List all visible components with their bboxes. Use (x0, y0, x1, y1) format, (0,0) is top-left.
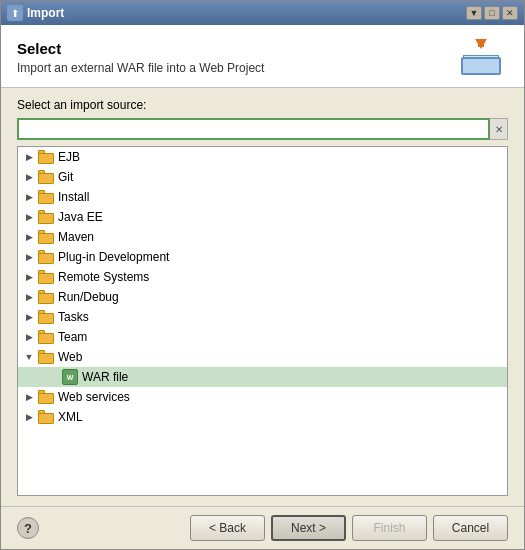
folder-icon-team (38, 330, 54, 344)
tree-item-warfile[interactable]: WWAR file (18, 367, 507, 387)
minimize-button[interactable]: ▼ (466, 6, 482, 20)
folder-icon-remote (38, 270, 54, 284)
tree-item-label-plugin: Plug-in Development (58, 250, 169, 264)
tree-item-label-maven: Maven (58, 230, 94, 244)
next-label: Next > (291, 521, 326, 535)
tree-item-plugin[interactable]: ▶Plug-in Development (18, 247, 507, 267)
expand-icon-ejb[interactable]: ▶ (22, 150, 36, 164)
back-button[interactable]: < Back (190, 515, 265, 541)
folder-icon-web (38, 350, 54, 364)
expand-icon-xml[interactable]: ▶ (22, 410, 36, 424)
tree-item-label-warfile: WAR file (82, 370, 128, 384)
tree-item-git[interactable]: ▶Git (18, 167, 507, 187)
search-clear-button[interactable]: ✕ (490, 118, 508, 140)
expand-icon-plugin[interactable]: ▶ (22, 250, 36, 264)
tree-item-xml[interactable]: ▶XML (18, 407, 507, 427)
folder-icon-webservices (38, 390, 54, 404)
search-row: ✕ (17, 118, 508, 140)
tree-item-rundebug[interactable]: ▶Run/Debug (18, 287, 507, 307)
folder-icon-tasks (38, 310, 54, 324)
expand-icon-remote[interactable]: ▶ (22, 270, 36, 284)
folder-icon-ejb (38, 150, 54, 164)
folder-icon-maven (38, 230, 54, 244)
header-section: Select Import an external WAR file into … (1, 25, 524, 88)
header-icon (458, 37, 508, 77)
dialog-title: Select (17, 40, 264, 57)
window-title: Import (27, 6, 64, 20)
folder-icon-rundebug (38, 290, 54, 304)
dialog-subtitle: Import an external WAR file into a Web P… (17, 61, 264, 75)
tree-item-label-javaee: Java EE (58, 210, 103, 224)
tree-scroll[interactable]: ▶EJB▶Git▶Install▶Java EE▶Maven▶Plug-in D… (18, 147, 507, 495)
expand-icon-git[interactable]: ▶ (22, 170, 36, 184)
body-section: Select an import source: ✕ ▶EJB▶Git▶Inst… (1, 88, 524, 506)
tree-item-javaee[interactable]: ▶Java EE (18, 207, 507, 227)
tree-item-web[interactable]: ▼Web (18, 347, 507, 367)
tree-item-label-xml: XML (58, 410, 83, 424)
tree-item-label-rundebug: Run/Debug (58, 290, 119, 304)
window-icon: ⬆ (7, 5, 23, 21)
arrow-down (475, 39, 487, 49)
tree-item-label-git: Git (58, 170, 73, 184)
expand-icon-tasks[interactable]: ▶ (22, 310, 36, 324)
expand-icon-webservices[interactable]: ▶ (22, 390, 36, 404)
tree-item-ejb[interactable]: ▶EJB (18, 147, 507, 167)
war-icon: W (62, 369, 78, 385)
titlebar-buttons: ▼ □ ✕ (466, 6, 518, 20)
expand-icon-maven[interactable]: ▶ (22, 230, 36, 244)
footer-left: ? (17, 517, 39, 539)
tree-item-maven[interactable]: ▶Maven (18, 227, 507, 247)
folder-icon-plugin (38, 250, 54, 264)
folder-icon-xml (38, 410, 54, 424)
tree-item-team[interactable]: ▶Team (18, 327, 507, 347)
tree-item-label-webservices: Web services (58, 390, 130, 404)
tree-container: ▶EJB▶Git▶Install▶Java EE▶Maven▶Plug-in D… (17, 146, 508, 496)
help-button[interactable]: ? (17, 517, 39, 539)
close-button[interactable]: ✕ (502, 6, 518, 20)
source-label: Select an import source: (17, 98, 508, 112)
tree-item-label-team: Team (58, 330, 87, 344)
folder-icon-javaee (38, 210, 54, 224)
footer: ? < Back Next > Finish Cancel (1, 506, 524, 549)
tree-item-label-remote: Remote Systems (58, 270, 149, 284)
import-icon (461, 39, 505, 75)
tree-item-webservices[interactable]: ▶Web services (18, 387, 507, 407)
footer-right: < Back Next > Finish Cancel (190, 515, 508, 541)
next-button[interactable]: Next > (271, 515, 346, 541)
expand-icon-team[interactable]: ▶ (22, 330, 36, 344)
tree-item-label-ejb: EJB (58, 150, 80, 164)
cancel-button[interactable]: Cancel (433, 515, 508, 541)
maximize-button[interactable]: □ (484, 6, 500, 20)
expand-icon-install[interactable]: ▶ (22, 190, 36, 204)
expand-icon-web[interactable]: ▼ (22, 350, 36, 364)
tree-item-tasks[interactable]: ▶Tasks (18, 307, 507, 327)
tree-item-label-web: Web (58, 350, 82, 364)
tree-item-label-tasks: Tasks (58, 310, 89, 324)
expand-icon-javaee[interactable]: ▶ (22, 210, 36, 224)
tray (461, 57, 501, 75)
search-input[interactable] (17, 118, 490, 140)
tree-item-remote[interactable]: ▶Remote Systems (18, 267, 507, 287)
folder-icon-install (38, 190, 54, 204)
expand-icon-rundebug[interactable]: ▶ (22, 290, 36, 304)
expand-icon-warfile (46, 370, 60, 384)
tree-item-label-install: Install (58, 190, 89, 204)
tree-item-install[interactable]: ▶Install (18, 187, 507, 207)
header-text: Select Import an external WAR file into … (17, 40, 264, 75)
titlebar: ⬆ Import ▼ □ ✕ (1, 1, 524, 25)
import-dialog: ⬆ Import ▼ □ ✕ Select Import an external… (0, 0, 525, 550)
titlebar-left: ⬆ Import (7, 5, 64, 21)
folder-icon-git (38, 170, 54, 184)
finish-button[interactable]: Finish (352, 515, 427, 541)
